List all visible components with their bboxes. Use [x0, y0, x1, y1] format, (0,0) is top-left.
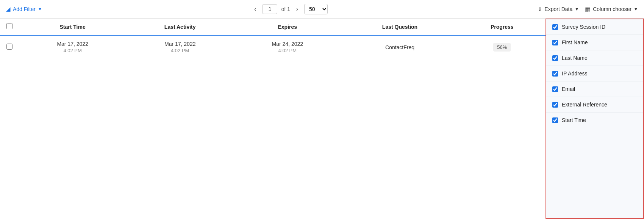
column-item[interactable]: First Name — [546, 35, 643, 50]
start-time-date: Mar 17, 2022 — [57, 41, 88, 47]
column-item-label: Email — [562, 86, 575, 92]
column-chooser-button[interactable]: ▦ Column chooser ▼ — [585, 6, 638, 13]
column-item-label: Start Time — [562, 117, 586, 123]
start-time-hour: 4:02 PM — [63, 48, 81, 53]
main-content: Start Time Last Activity Expires Last Qu… — [0, 19, 644, 219]
column-item-label: First Name — [562, 39, 588, 45]
progress-cell: 56% — [459, 35, 546, 59]
data-table: Start Time Last Activity Expires Last Qu… — [0, 19, 546, 59]
select-all-checkbox[interactable] — [6, 23, 13, 29]
header-checkbox-col — [0, 19, 19, 35]
export-label: Export Data — [544, 6, 572, 12]
export-icon: ⇓ — [538, 6, 542, 12]
table-area: Start Time Last Activity Expires Last Qu… — [0, 19, 546, 219]
header-progress: Progress — [459, 19, 546, 35]
row-checkbox-cell — [0, 35, 19, 59]
last-question-cell: ContactFreq — [341, 35, 458, 59]
row-checkbox[interactable] — [6, 44, 13, 50]
add-filter-button[interactable]: ◢ Add Filter ▼ — [6, 6, 42, 13]
table-row: Mar 17, 2022 4:02 PM Mar 17, 2022 4:02 P… — [0, 35, 546, 59]
last-activity-cell: Mar 17, 2022 4:02 PM — [126, 35, 234, 59]
column-item-label: Last Name — [562, 55, 588, 61]
column-item[interactable]: IP Address — [546, 66, 643, 81]
column-item[interactable]: Survey Session ID — [546, 19, 643, 35]
expires-cell: Mar 24, 2022 4:02 PM — [234, 35, 341, 59]
start-time-cell: Mar 17, 2022 4:02 PM — [19, 35, 126, 59]
column-item-label: External Reference — [562, 102, 607, 108]
column-item[interactable]: Start Time — [546, 113, 643, 128]
expires-date: Mar 24, 2022 — [272, 41, 303, 47]
last-activity-hour: 4:02 PM — [171, 48, 189, 53]
toolbar-center: ‹ of 1 › 50 25 100 — [252, 4, 328, 14]
header-start-time: Start Time — [19, 19, 126, 35]
per-page-select[interactable]: 50 25 100 — [304, 4, 328, 14]
header-expires: Expires — [234, 19, 341, 35]
column-checkbox[interactable] — [552, 71, 558, 77]
add-filter-label: Add Filter — [13, 6, 36, 12]
column-chooser-chevron-icon: ▼ — [634, 7, 638, 11]
column-chooser-panel: Survey Session IDFirst NameLast NameIP A… — [546, 19, 644, 219]
export-data-button[interactable]: ⇓ Export Data ▼ — [538, 6, 579, 12]
column-item-label: Survey Session ID — [562, 24, 605, 30]
page-number-input[interactable] — [262, 4, 277, 14]
column-checkbox[interactable] — [552, 55, 558, 61]
column-checkbox[interactable] — [552, 86, 558, 92]
progress-badge: 56% — [493, 43, 511, 52]
columns-icon: ▦ — [585, 6, 591, 13]
chevron-down-icon: ▼ — [38, 7, 42, 11]
page-wrapper: ◢ Add Filter ▼ ‹ of 1 › 50 25 100 ⇓ Expo… — [0, 0, 644, 219]
column-checkbox[interactable] — [552, 102, 558, 108]
column-item[interactable]: Last Name — [546, 50, 643, 66]
next-page-button[interactable]: › — [294, 5, 300, 13]
toolbar-right: ⇓ Export Data ▼ ▦ Column chooser ▼ — [538, 6, 638, 13]
last-question-value: ContactFreq — [385, 44, 414, 50]
toolbar-left: ◢ Add Filter ▼ — [6, 6, 42, 13]
filter-icon: ◢ — [6, 6, 11, 13]
export-chevron-icon: ▼ — [575, 7, 579, 11]
toolbar: ◢ Add Filter ▼ ‹ of 1 › 50 25 100 ⇓ Expo… — [0, 0, 644, 19]
column-item-label: IP Address — [562, 70, 587, 77]
column-chooser-label: Column chooser — [593, 6, 631, 12]
column-checkbox[interactable] — [552, 40, 558, 45]
column-checkbox[interactable] — [552, 24, 558, 30]
pagination-of: of 1 — [281, 6, 290, 12]
column-item[interactable]: Email — [546, 81, 643, 97]
header-last-question: Last Question — [341, 19, 458, 35]
header-last-activity: Last Activity — [126, 19, 234, 35]
expires-hour: 4:02 PM — [278, 48, 297, 53]
column-checkbox[interactable] — [552, 117, 558, 123]
last-activity-date: Mar 17, 2022 — [164, 41, 196, 47]
column-item[interactable]: External Reference — [546, 97, 643, 113]
prev-page-button[interactable]: ‹ — [252, 5, 258, 13]
